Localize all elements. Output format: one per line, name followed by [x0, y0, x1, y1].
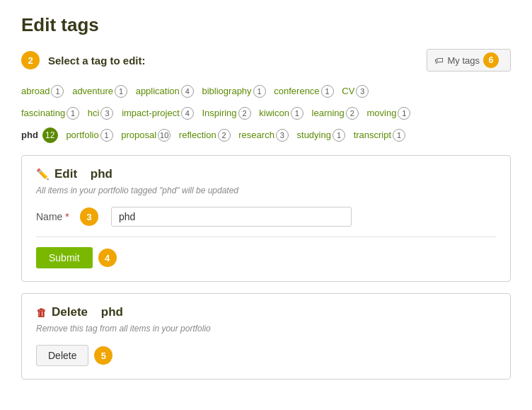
- tag-hci-count: 3: [100, 107, 113, 120]
- tag-icon: 🏷: [434, 55, 444, 66]
- tag-reflection-count: 2: [218, 129, 231, 142]
- tag-inspiring-count: 2: [238, 107, 251, 120]
- tag-learning-count: 2: [346, 107, 359, 120]
- tag-adventure[interactable]: adventure: [72, 86, 113, 96]
- edit-section-subtitle: All items in your portfolio tagged "phd"…: [36, 186, 496, 195]
- tag-research-count: 3: [276, 129, 289, 142]
- tag-fascinating[interactable]: fascinating: [21, 108, 65, 118]
- delete-button[interactable]: Delete: [36, 345, 88, 366]
- tags-list: abroad1 adventure1 application4 bibliogr…: [21, 80, 511, 145]
- required-indicator: *: [65, 211, 69, 222]
- tag-application[interactable]: application: [136, 86, 180, 96]
- tag-transcript-count: 1: [393, 129, 405, 142]
- edit-section-heading: ✏️ Edit phd: [36, 167, 496, 181]
- tag-abroad-count: 1: [51, 85, 64, 98]
- tag-fascinating-count: 1: [66, 107, 79, 120]
- tag-conference[interactable]: conference: [274, 86, 319, 96]
- page-title: Edit tags: [21, 14, 511, 36]
- tag-portfolio-count: 1: [100, 129, 113, 142]
- tag-research[interactable]: research: [238, 130, 274, 140]
- delete-section: 🗑 Delete phd Remove this tag from all it…: [21, 293, 511, 380]
- pencil-icon: ✏️: [36, 168, 50, 181]
- submit-button[interactable]: Submit: [36, 247, 93, 268]
- tag-transcript[interactable]: transcript: [354, 130, 391, 140]
- tag-impact-project-count: 4: [181, 107, 194, 120]
- edit-heading-tagname: phd: [91, 167, 112, 181]
- tag-adventure-count: 1: [115, 85, 127, 98]
- delete-section-subtitle: Remove this tag from all items in your p…: [36, 324, 496, 334]
- name-input[interactable]: [111, 207, 352, 227]
- my-tags-button[interactable]: 🏷 My tags 6: [427, 49, 511, 72]
- tag-cv-count: 3: [356, 85, 369, 98]
- tag-bibliography-count: 1: [253, 85, 266, 98]
- tag-proposal[interactable]: proposal: [121, 130, 156, 140]
- tag-kiwicon[interactable]: kiwicon: [259, 108, 289, 118]
- trash-icon: 🗑: [36, 307, 47, 319]
- tag-kiwicon-count: 1: [291, 107, 303, 120]
- step-5-badge: 5: [94, 346, 112, 365]
- tag-abroad[interactable]: abroad: [21, 86, 50, 96]
- tag-impact-project[interactable]: impact-project: [122, 108, 180, 118]
- step-6-badge: 6: [483, 52, 499, 68]
- tag-moving-count: 1: [398, 107, 410, 120]
- tag-hci[interactable]: hci: [88, 108, 100, 118]
- tag-moving[interactable]: moving: [366, 108, 396, 118]
- tag-cv[interactable]: CV: [342, 86, 354, 96]
- tag-studying[interactable]: studying: [297, 130, 331, 140]
- tag-bibliography[interactable]: bibliography: [202, 86, 251, 96]
- select-label: Select a tag to edit:: [48, 55, 146, 67]
- step-3-badge: 3: [80, 207, 98, 226]
- edit-heading-prefix: Edit: [54, 167, 77, 181]
- tag-portfolio[interactable]: portfolio: [66, 130, 98, 140]
- tag-reflection[interactable]: reflection: [179, 130, 216, 140]
- delete-section-heading: 🗑 Delete phd: [36, 305, 496, 319]
- step-2-badge: 2: [21, 51, 40, 69]
- delete-heading-tagname: phd: [101, 305, 123, 319]
- tag-phd-active: phd: [21, 130, 38, 140]
- tag-learning[interactable]: learning: [312, 108, 345, 118]
- tag-proposal-count: 10: [158, 129, 170, 142]
- step-4-badge: 4: [98, 249, 117, 267]
- delete-heading-prefix: Delete: [52, 305, 88, 319]
- tag-conference-count: 1: [321, 85, 334, 98]
- tag-phd-count: 12: [42, 127, 58, 143]
- edit-section: ✏️ Edit phd All items in your portfolio …: [21, 155, 511, 282]
- name-label: Name *: [36, 211, 71, 222]
- tag-inspiring[interactable]: Inspiring: [202, 108, 236, 118]
- my-tags-label: My tags: [447, 55, 480, 66]
- tag-application-count: 4: [181, 85, 194, 98]
- tag-studying-count: 1: [332, 129, 345, 142]
